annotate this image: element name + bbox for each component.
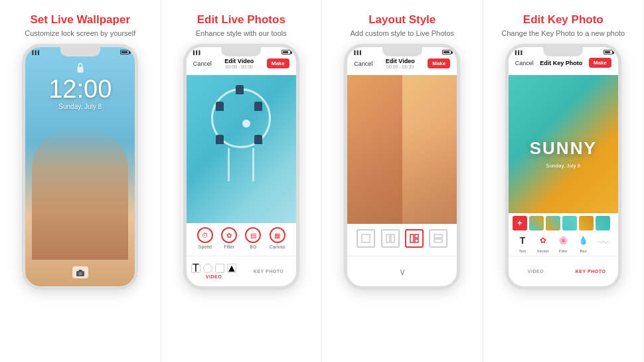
sticker-icon-4: ✿ <box>536 233 550 248</box>
header-title-2: Edit Video 00:00 - 00:30 <box>224 58 254 69</box>
text-label-4: Text <box>519 249 526 253</box>
filter-thumb-2[interactable] <box>546 216 560 230</box>
tool-more-4[interactable]: 〰 <box>596 236 611 250</box>
layout-opt-4[interactable] <box>429 229 447 248</box>
ferris-wheel <box>208 82 274 181</box>
tab-video-4[interactable]: VIDEO <box>509 269 564 274</box>
sunny-text: SUNNY <box>530 138 597 159</box>
svg-rect-11 <box>434 239 442 242</box>
signal-icon: ▐▐▐ <box>31 50 39 54</box>
layout-opt-2[interactable] <box>381 229 400 248</box>
battery-2 <box>282 50 291 54</box>
tab-text-icon: T <box>191 264 201 273</box>
more-icon-4: 〰 <box>596 236 611 250</box>
section-title-3: Layout Style <box>368 13 436 27</box>
tab-keyphoto-4[interactable]: KEY PHOTO <box>563 269 618 274</box>
split-left <box>347 75 402 234</box>
filter-thumb-1[interactable] <box>529 216 544 230</box>
filter-thumb-3[interactable] <box>562 216 577 230</box>
signal-4: ▐▐▐ <box>514 50 523 54</box>
bottom-tabs-3: ∨ <box>347 256 457 286</box>
section-title-1: Set Live Wallpaper <box>30 13 130 27</box>
split-right <box>402 75 457 234</box>
bottom-tabs-2: T ▲ VIDEO KEY PHOTO <box>187 256 296 286</box>
fw-leg-r <box>252 148 254 181</box>
chevron-down-icon[interactable]: ∨ <box>396 268 409 275</box>
tool-blur-4[interactable]: 💧 Blur <box>576 233 591 253</box>
svg-rect-7 <box>410 234 414 242</box>
tab-video-label-4: VIDEO <box>528 269 544 274</box>
filter-label: Filter <box>224 244 234 249</box>
sticker-label-4: Sticker <box>536 249 548 253</box>
fw-center <box>242 120 250 128</box>
status-bar-3: ▐▐▐ <box>353 50 451 54</box>
header-make-4[interactable]: Make <box>589 58 611 68</box>
tab-video-icons: T ▲ <box>191 264 236 273</box>
blur-label-4: Blur <box>580 249 587 253</box>
svg-rect-8 <box>415 234 418 238</box>
phone-frame-4: ▐▐▐ Cancel Edit Key Photo Make SUNNY Sun… <box>505 44 621 290</box>
tab-sticker-icon <box>203 264 212 273</box>
tab-peak-icon: ▲ <box>227 264 236 273</box>
canvas-icon: ▦ <box>270 227 285 243</box>
status-bar-2: ▐▐▐ <box>192 50 291 54</box>
tool-text-4[interactable]: T Text <box>515 233 530 253</box>
svg-rect-4 <box>362 234 370 242</box>
phone-header-2: Cancel Edit Video 00:00 - 00:30 Make <box>187 58 296 69</box>
text-icon-4: T <box>515 233 530 248</box>
tab-canvas-icon <box>215 264 224 273</box>
camera-icon <box>72 266 88 278</box>
phone-frame-3: ▐▐▐ Cancel Edit Video 00:00 - 00:30 Make <box>344 44 460 290</box>
layout-opt-3[interactable] <box>405 229 424 248</box>
blur-icon-4: 💧 <box>576 233 591 248</box>
speed-label: Speed <box>199 244 212 249</box>
header-make-2[interactable]: Make <box>267 58 289 68</box>
lock-overlay: 12:00 Sunday, July 8 <box>25 62 135 110</box>
svg-rect-5 <box>386 234 390 242</box>
section-set-live-wallpaper: Set Live Wallpaper Customize lock screen… <box>0 0 161 362</box>
phone-header-3: Cancel Edit Video 00:00 - 00:30 Make <box>347 58 457 69</box>
tool-filter[interactable]: ✿ Filter <box>221 227 237 249</box>
tool-filter-4[interactable]: 🌸 Filter <box>556 233 570 253</box>
filter-add-btn[interactable]: + <box>513 216 527 230</box>
header-cancel-2[interactable]: Cancel <box>193 60 212 67</box>
fw-cabin-5 <box>216 135 224 144</box>
svg-rect-9 <box>415 239 418 242</box>
filter-icon-4: 🌸 <box>556 233 570 248</box>
sunny-date: Sunday, July 8 <box>546 163 580 169</box>
phone-frame-2: ▐▐▐ Cancel Edit Video 00:00 - 00:30 Make <box>183 44 299 290</box>
fw-cabin-2 <box>254 102 262 111</box>
lock-time: 12:00 <box>48 76 112 102</box>
tool-sticker-4[interactable]: ✿ Sticker <box>536 233 550 253</box>
section-subtitle-3: Add custom style to Live Photos <box>350 29 454 37</box>
header-cancel-4[interactable]: Cancel <box>515 60 534 66</box>
tool-bg[interactable]: ▤ BG <box>245 227 261 249</box>
filter-thumb-4[interactable] <box>579 216 594 230</box>
svg-rect-3 <box>78 270 82 272</box>
phone-header-4: Cancel Edit Key Photo Make <box>509 58 618 68</box>
battery-4 <box>604 50 613 54</box>
status-bar-1: ▐▐▐ <box>31 50 129 54</box>
canvas-label: Canvas <box>270 244 285 249</box>
signal-3: ▐▐▐ <box>353 50 361 54</box>
bg-icon: ▤ <box>245 227 261 243</box>
filter-thumb-5[interactable] <box>596 216 610 230</box>
tools-bar-2: ⏱ Speed ✿ Filter ▤ BG ▦ Canvas <box>187 223 296 253</box>
tool-canvas[interactable]: ▦ Canvas <box>270 227 285 249</box>
tab-keyphoto-2[interactable]: KEY PHOTO <box>241 269 296 274</box>
header-make-3[interactable]: Make <box>428 58 450 68</box>
bottom-tabs-4: VIDEO KEY PHOTO <box>509 256 618 286</box>
svg-point-2 <box>78 272 82 275</box>
layout-opt-1[interactable] <box>357 229 375 248</box>
header-cancel-3[interactable]: Cancel <box>354 60 372 67</box>
svg-rect-6 <box>391 234 394 242</box>
filter-label-4: Filter <box>559 249 568 253</box>
girl-right <box>402 128 457 234</box>
tab-video-2[interactable]: T ▲ VIDEO <box>187 264 242 279</box>
tool-speed[interactable]: ⏱ Speed <box>197 227 213 249</box>
layout-options <box>347 224 457 253</box>
section-edit-live-photos: Edit Live Photos Enhance style with our … <box>161 0 323 362</box>
lock-icon <box>75 62 86 74</box>
header-title-4: Edit Key Photo <box>540 60 582 66</box>
fw-leg-l <box>228 148 230 181</box>
